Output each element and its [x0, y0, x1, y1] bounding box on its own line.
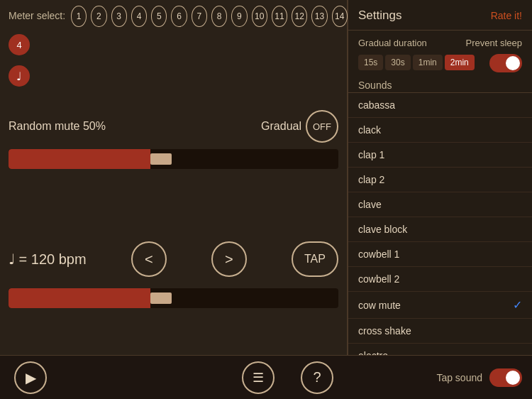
progress-bar-2[interactable] — [9, 288, 338, 308]
bottom-right: Tap sound — [348, 355, 532, 399]
sound-item-clave[interactable]: clave — [348, 192, 532, 217]
settings-section: Gradual duration Prevent sleep 15s 30s 1… — [348, 31, 532, 77]
gradual-duration-row: Gradual duration Prevent sleep — [358, 38, 522, 48]
progress-fill-2 — [9, 288, 150, 308]
gradual-label: Gradual — [261, 120, 301, 133]
selected-meter-display[interactable]: 4 — [9, 34, 30, 55]
selected-check-icon: ✓ — [513, 298, 522, 312]
help-button[interactable]: ? — [301, 361, 333, 394]
random-mute-label: Random mute 50% — [9, 120, 106, 133]
progress-marker-1 — [150, 153, 172, 165]
dur-btn-30s[interactable]: 30s — [385, 55, 410, 70]
gradual-row: Gradual OFF — [261, 110, 338, 143]
dur-btn-15s[interactable]: 15s — [358, 55, 383, 70]
meter-btn-10[interactable]: 10 — [252, 6, 267, 27]
meter-btn-12[interactable]: 12 — [292, 6, 307, 27]
progress-fill-1 — [9, 149, 150, 169]
sound-name-cowbell1: cowbell 1 — [358, 248, 399, 260]
bpm-next-button[interactable]: > — [211, 241, 247, 277]
sounds-section-label: Sounds — [348, 77, 532, 93]
meter-btn-14[interactable]: 14 — [332, 6, 348, 27]
duration-buttons: 15s 30s 1min 2min — [358, 55, 475, 70]
sound-item-cross-shake[interactable]: cross shake — [348, 319, 532, 344]
meter-btn-6[interactable]: 6 — [171, 6, 187, 27]
sound-item-clave-block[interactable]: clave block — [348, 217, 532, 242]
sound-name-cross-shake: cross shake — [358, 325, 411, 337]
prevent-sleep-label: Prevent sleep — [466, 38, 523, 48]
sound-item-cowbell1[interactable]: cowbell 1 — [348, 242, 532, 267]
meter-btn-1[interactable]: 1 — [71, 6, 87, 27]
sound-item-cow-mute[interactable]: cow mute ✓ — [348, 292, 532, 319]
tap-sound-label: Tap sound — [436, 372, 482, 383]
sound-name-cowbell2: cowbell 2 — [358, 273, 399, 285]
meter-btn-3[interactable]: 3 — [111, 6, 127, 27]
bpm-note-icon: ♩ — [9, 251, 15, 267]
right-panel: Settings Rate it! Gradual duration Preve… — [348, 0, 532, 399]
meter-btn-13[interactable]: 13 — [311, 6, 327, 27]
progress-marker-2 — [150, 293, 172, 304]
tap-sound-toggle[interactable] — [489, 368, 522, 387]
meter-btn-9[interactable]: 9 — [231, 6, 247, 27]
bottom-toolbar-left: ▶ ☰ ? — [0, 355, 348, 399]
sound-item-clap1[interactable]: clap 1 — [348, 143, 532, 168]
sound-name-clack: clack — [358, 124, 381, 136]
bpm-row: ♩ = 120 bpm < > TAP — [9, 241, 338, 277]
left-panel: Meter select: 1 2 3 4 5 6 7 8 9 10 11 12… — [0, 0, 348, 399]
rate-button[interactable]: Rate it! — [491, 10, 522, 21]
note-icon-row: ♩ — [9, 62, 30, 87]
sound-name-clave: clave — [358, 199, 382, 210]
sound-item-cabassa[interactable]: cabassa — [348, 93, 532, 118]
sound-name-cabassa: cabassa — [358, 99, 395, 111]
bpm-display: ♩ = 120 bpm — [9, 251, 87, 268]
sound-name-cow-mute: cow mute — [358, 300, 401, 311]
sound-item-clack[interactable]: clack — [348, 118, 532, 143]
bpm-value: = 120 bpm — [19, 251, 87, 267]
selected-meter-row: 4 — [9, 34, 30, 55]
gradual-duration-label: Gradual duration — [358, 38, 427, 48]
sounds-list: cabassa clack clap 1 clap 2 clave clave … — [348, 93, 532, 370]
dur-btn-1min[interactable]: 1min — [413, 55, 443, 70]
sound-item-clap2[interactable]: clap 2 — [348, 168, 532, 192]
sound-name-clap1: clap 1 — [358, 149, 384, 160]
sound-item-cowbell2[interactable]: cowbell 2 — [348, 267, 532, 292]
list-button[interactable]: ☰ — [242, 361, 275, 394]
gradual-off-button[interactable]: OFF — [306, 110, 338, 143]
progress-bar-1[interactable] — [9, 149, 338, 169]
meter-numbers-row: 1 2 3 4 5 6 7 8 9 10 11 12 13 14 — [0, 6, 348, 27]
bpm-prev-button[interactable]: < — [131, 241, 167, 277]
random-mute-row: Random mute 50% Gradual OFF — [9, 110, 338, 143]
tap-button[interactable]: TAP — [292, 241, 338, 277]
meter-btn-5[interactable]: 5 — [151, 6, 167, 27]
sound-name-clap2: clap 2 — [358, 174, 384, 185]
right-header: Settings Rate it! — [348, 0, 532, 31]
meter-btn-7[interactable]: 7 — [192, 6, 207, 27]
meter-btn-4[interactable]: 4 — [131, 6, 147, 27]
note-icon: ♩ — [9, 65, 30, 87]
dur-btn-2min[interactable]: 2min — [445, 55, 475, 70]
play-button[interactable]: ▶ — [14, 361, 47, 394]
meter-btn-11[interactable]: 11 — [272, 6, 287, 27]
meter-btn-8[interactable]: 8 — [211, 6, 227, 27]
prevent-sleep-toggle[interactable] — [489, 54, 522, 72]
meter-btn-2[interactable]: 2 — [91, 6, 106, 27]
sound-name-clave-block: clave block — [358, 224, 407, 235]
settings-title: Settings — [358, 9, 401, 23]
